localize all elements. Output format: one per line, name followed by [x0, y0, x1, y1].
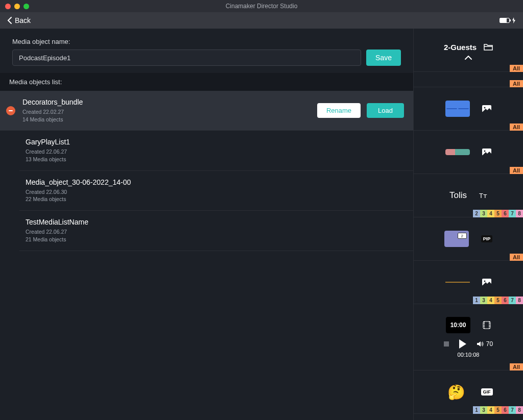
save-button[interactable]: Save [366, 50, 401, 66]
tolis-label: Tolis [449, 190, 467, 201]
media-info: Decorators_bundleCreated 22.02.2714 Medi… [22, 98, 310, 123]
all-badge[interactable]: All [510, 167, 523, 174]
all-badge[interactable]: All [510, 123, 523, 131]
list-header: Media objects list: [0, 73, 413, 91]
channel-number[interactable]: 5 [494, 297, 502, 304]
close-icon[interactable] [5, 4, 11, 9]
channel-number[interactable]: 1 [473, 406, 480, 414]
channel-number[interactable]: 6 [502, 297, 509, 304]
panel-two-up[interactable]: All [414, 87, 523, 131]
right-sidebar: 2-Guests All All All [413, 29, 523, 420]
timecode: 00:10:08 [458, 352, 480, 358]
battery-icon [500, 18, 510, 23]
media-name: Decorators_bundle [22, 98, 310, 106]
channel-number[interactable]: 4 [487, 406, 494, 414]
media-count: 13 Media objects [26, 156, 404, 163]
media-info: GaryPlayList1Created 22.06.2713 Media ob… [26, 138, 404, 163]
text-type-icon: Tᴛ [479, 192, 487, 200]
channel-number[interactable]: 4 [487, 297, 494, 304]
media-created: Created 22.06.27 [26, 148, 404, 156]
channel-number[interactable]: 3 [480, 406, 487, 414]
volume-control[interactable]: 70 [477, 340, 493, 348]
name-form: Media object name: Save [0, 29, 413, 73]
image-icon [482, 279, 491, 286]
two-up-thumb [445, 101, 470, 117]
all-badge[interactable]: All [510, 254, 523, 261]
channel-strip[interactable]: 2345678 [473, 210, 523, 217]
channel-strip[interactable]: 1345678 [473, 297, 523, 304]
channel-number[interactable]: 5 [494, 406, 502, 414]
traffic-lights [5, 4, 29, 9]
pip-thumb: 2 [444, 231, 469, 247]
gif-badge: GIF [481, 388, 493, 396]
channel-number[interactable]: 8 [516, 406, 523, 414]
channel-number[interactable]: 4 [487, 210, 494, 217]
svg-rect-10 [483, 324, 485, 325]
zoom-icon[interactable] [23, 4, 29, 9]
pip-badge: PIP [481, 235, 493, 242]
svg-point-1 [484, 107, 486, 109]
media-name-input[interactable] [12, 50, 361, 66]
chevron-up-icon[interactable] [465, 56, 472, 60]
svg-rect-9 [483, 323, 485, 324]
panel-pip[interactable]: 2 PIP All [414, 217, 523, 261]
panel-gif[interactable]: 🤔 GIF 1345678 [414, 370, 523, 414]
channel-number[interactable]: 7 [509, 297, 516, 304]
back-label: Back [15, 16, 31, 24]
media-item[interactable]: TestMediaListNameCreated 22.06.2721 Medi… [19, 211, 413, 251]
all-badge[interactable]: All [510, 80, 523, 87]
svg-point-3 [484, 151, 486, 152]
svg-rect-13 [489, 323, 490, 324]
app-window: Cinamaker Director Studio Back Media obj… [0, 0, 523, 420]
channel-number[interactable]: 3 [480, 297, 487, 304]
image-icon [482, 105, 491, 112]
panel-line[interactable]: 1345678 [414, 261, 523, 304]
all-badge[interactable]: All [510, 65, 523, 72]
svg-rect-12 [483, 327, 485, 328]
svg-rect-16 [489, 327, 490, 328]
stop-button[interactable] [444, 341, 449, 347]
channel-number[interactable]: 5 [494, 210, 502, 217]
panel-clock[interactable]: 10:00 70 00:10:08 All [414, 304, 523, 370]
load-button[interactable]: Load [367, 103, 404, 118]
media-item[interactable]: GaryPlayList1Created 22.06.2713 Media ob… [19, 131, 413, 170]
minimize-icon[interactable] [14, 4, 20, 9]
channel-strip[interactable]: 1345678 [473, 406, 523, 414]
all-badge[interactable]: All [510, 363, 523, 370]
chevron-left-icon [7, 17, 12, 24]
color-bar-thumb [445, 149, 470, 155]
channel-number[interactable]: 7 [509, 406, 516, 414]
content: Media object name: Save Media objects li… [0, 29, 523, 420]
folder-icon[interactable] [484, 43, 493, 51]
media-count: 21 Media objects [26, 236, 404, 243]
channel-number[interactable]: 8 [516, 210, 523, 217]
clock-thumb: 10:00 [446, 317, 470, 333]
channel-number[interactable]: 8 [516, 297, 523, 304]
channel-number[interactable]: 6 [502, 406, 509, 414]
media-item[interactable]: Media_object_30-06-2022_14-00Created 22.… [19, 171, 413, 211]
channel-number[interactable]: 1 [473, 297, 480, 304]
sidebar-header: 2-Guests All [414, 29, 523, 72]
battery-indicator [500, 17, 516, 23]
speaker-icon [477, 341, 484, 347]
delete-button[interactable] [6, 106, 15, 115]
media-name: TestMediaListName [26, 218, 404, 226]
film-icon [483, 321, 491, 329]
panel-greenbar[interactable]: All [414, 131, 523, 174]
media-created: Created 22.02.27 [22, 108, 310, 116]
panel-spacer: All [414, 72, 523, 87]
channel-number[interactable]: 2 [473, 210, 480, 217]
channel-number[interactable]: 6 [502, 210, 509, 217]
channel-number[interactable]: 7 [509, 210, 516, 217]
channel-number[interactable]: 3 [480, 210, 487, 217]
media-name: Media_object_30-06-2022_14-00 [26, 178, 404, 186]
name-label: Media object name: [12, 38, 401, 45]
svg-rect-11 [483, 326, 485, 327]
panel-tolis[interactable]: Tolis Tᴛ 2345678 [414, 174, 523, 217]
media-item[interactable]: Decorators_bundleCreated 22.02.2714 Medi… [0, 91, 413, 131]
media-info: Media_object_30-06-2022_14-00Created 22.… [26, 178, 404, 203]
rename-button[interactable]: Rename [317, 103, 361, 118]
play-button[interactable] [459, 339, 466, 349]
back-button[interactable]: Back [7, 16, 31, 24]
svg-point-5 [484, 281, 486, 282]
